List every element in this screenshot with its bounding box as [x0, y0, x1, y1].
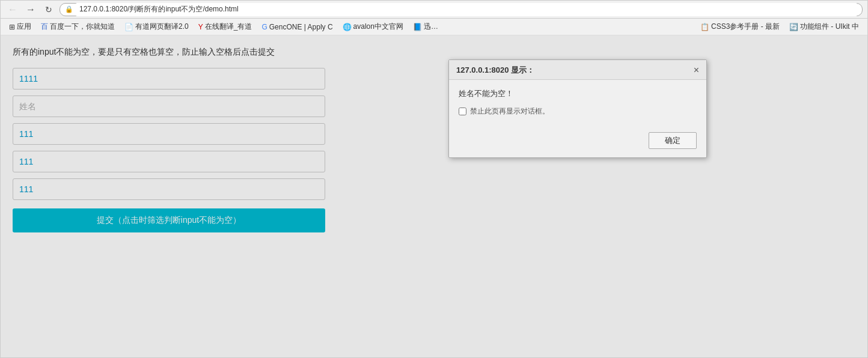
refresh-button[interactable]: ↻	[41, 2, 56, 17]
title-bar: ← → ↻ 🔒	[1, 1, 867, 19]
youdao-online-icon: Y	[198, 23, 203, 31]
bookmark-uikit-label: 功能组件 - UIkit 中	[800, 22, 859, 32]
bookmark-gencone[interactable]: G GencONE | Apply C	[258, 22, 336, 32]
bookmark-css3[interactable]: 📋 CSS3参考手册 - 最新	[697, 20, 783, 33]
bookmark-css3-label: CSS3参考手册 - 最新	[711, 22, 780, 32]
uikit-icon: 🔄	[789, 23, 798, 31]
alert-title: 127.0.0.1:8020 显示：	[456, 65, 534, 76]
gencone-icon: G	[261, 23, 267, 31]
bookmark-baidu-label: 百度一下，你就知道	[50, 22, 115, 32]
browser-window: ← → ↻ 🔒 ⊞ 应用 百 百度一下，你就知道 📄 有道网页翻译2.0 Y 在…	[0, 0, 868, 358]
alert-dialog: 127.0.0.1:8020 显示： × 姓名不能为空！ 禁止此页再显示对话框。…	[448, 59, 707, 158]
xun-icon: 📘	[413, 23, 422, 31]
bookmark-youdao-online-label: 在线翻译_有道	[205, 22, 252, 32]
bookmark-youdao-online[interactable]: Y 在线翻译_有道	[195, 20, 256, 33]
apps-icon: ⊞	[9, 23, 15, 31]
css3-icon: 📋	[700, 23, 709, 31]
back-button[interactable]: ←	[5, 2, 20, 17]
lock-icon: 🔒	[65, 5, 73, 13]
suppress-dialog-label: 禁止此页再显示对话框。	[470, 106, 549, 117]
address-bar[interactable]	[76, 3, 857, 16]
alert-close-button[interactable]: ×	[694, 65, 699, 75]
avalon-icon: 🌐	[343, 23, 352, 31]
bookmark-gencone-label: GencONE | Apply C	[269, 23, 333, 31]
alert-checkbox-row: 禁止此页再显示对话框。	[459, 106, 697, 117]
bookmarks-bar: ⊞ 应用 百 百度一下，你就知道 📄 有道网页翻译2.0 Y 在线翻译_有道 G…	[1, 19, 867, 35]
bookmark-xun-label: 迅…	[424, 22, 438, 32]
baidu-icon: 百	[41, 22, 48, 32]
alert-overlay: 127.0.0.1:8020 显示： × 姓名不能为空！ 禁止此页再显示对话框。…	[1, 35, 867, 357]
alert-message: 姓名不能为空！	[459, 88, 697, 99]
bookmark-baidu[interactable]: 百 百度一下，你就知道	[37, 20, 118, 33]
suppress-dialog-checkbox[interactable]	[459, 108, 466, 115]
alert-header: 127.0.0.1:8020 显示： ×	[449, 60, 706, 80]
alert-footer: 确定	[449, 132, 706, 157]
bookmark-apps-label: 应用	[17, 22, 31, 32]
alert-body: 姓名不能为空！ 禁止此页再显示对话框。	[449, 80, 706, 132]
youdao-page-icon: 📄	[124, 23, 133, 31]
bookmark-uikit[interactable]: 🔄 功能组件 - UIkit 中	[786, 20, 863, 33]
alert-ok-button[interactable]: 确定	[649, 132, 697, 149]
forward-button[interactable]: →	[23, 2, 38, 17]
bookmark-avalon[interactable]: 🌐 avalon中文官网	[339, 20, 407, 33]
bookmark-avalon-label: avalon中文官网	[353, 22, 403, 32]
bookmark-youdao-label: 有道网页翻译2.0	[135, 22, 189, 32]
bookmark-xun[interactable]: 📘 迅…	[409, 20, 442, 33]
bookmark-youdao-translate[interactable]: 📄 有道网页翻译2.0	[121, 20, 192, 33]
bookmark-apps[interactable]: ⊞ 应用	[5, 20, 35, 33]
page-content: 所有的input不能为空，要是只有空格也算空，防止输入空格后点击提交 提交（点击…	[1, 35, 867, 357]
